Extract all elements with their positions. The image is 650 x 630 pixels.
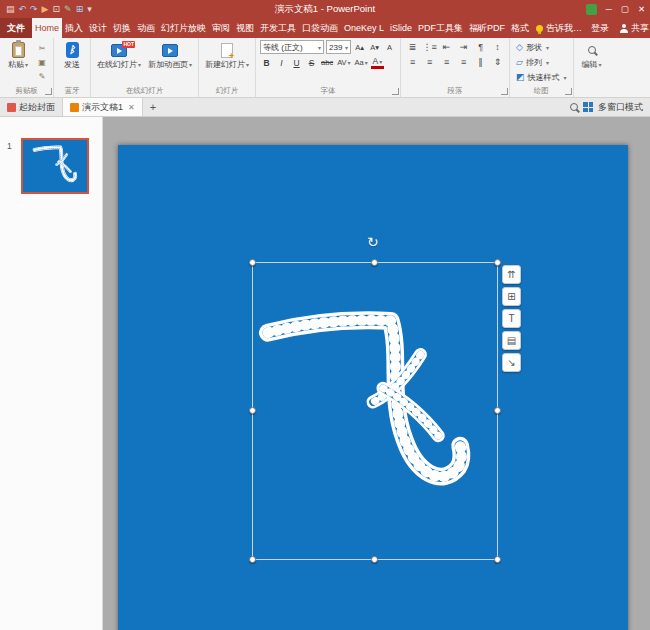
send-label: 发送 — [64, 60, 80, 69]
start-slideshow-icon[interactable]: ▶ — [42, 0, 49, 18]
tab-pdf-tools[interactable]: PDF工具集 — [415, 18, 466, 38]
bold-button[interactable]: B — [260, 56, 273, 69]
undo-icon[interactable]: ↶ — [19, 0, 27, 18]
tab-islide[interactable]: iSlide — [387, 18, 415, 38]
selection-handle-bottom-left[interactable] — [249, 556, 256, 563]
new-animation-page-button[interactable]: 新加动画页 — [146, 40, 194, 70]
maximize-button[interactable]: ▢ — [621, 4, 629, 14]
doc-tab-start-cover[interactable]: 起始封面 — [0, 98, 63, 116]
copy-icon[interactable]: ▣ — [35, 56, 49, 69]
selection-box[interactable] — [252, 262, 498, 560]
tab-developer[interactable]: 开发工具 — [257, 18, 299, 38]
redo-icon[interactable]: ↷ — [30, 0, 38, 18]
tab-transitions[interactable]: 切换 — [110, 18, 134, 38]
multi-window-label[interactable]: 多窗口模式 — [598, 101, 643, 114]
drawing-dialog-launcher-icon[interactable] — [565, 88, 572, 95]
increase-indent-icon[interactable]: ⇥ — [456, 40, 471, 53]
save-icon[interactable]: ▤ — [6, 0, 15, 18]
tab-slideshow[interactable]: 幻灯片放映 — [158, 18, 209, 38]
add-object-icon[interactable]: ⊞ — [502, 287, 521, 306]
text-direction-icon[interactable]: ⇕ — [490, 55, 505, 68]
columns-icon[interactable]: ∥ — [473, 55, 488, 68]
format-painter-icon[interactable]: ✎ — [35, 70, 49, 83]
tab-review[interactable]: 审阅 — [209, 18, 233, 38]
tab-animations[interactable]: 动画 — [134, 18, 158, 38]
align-center-icon[interactable]: ≡ — [422, 55, 437, 68]
selection-handle-top-middle[interactable] — [371, 259, 378, 266]
selection-handle-bottom-middle[interactable] — [371, 556, 378, 563]
collapse-toolbar-icon[interactable]: ⇈ — [502, 265, 521, 284]
clipboard-dialog-launcher-icon[interactable] — [45, 88, 52, 95]
font-size-input[interactable]: 239 — [326, 40, 351, 54]
text-tool-icon[interactable]: T — [502, 309, 521, 328]
font-dialog-launcher-icon[interactable] — [392, 88, 399, 95]
lightbulb-icon — [536, 25, 543, 32]
justify-icon[interactable]: ≡ — [456, 55, 471, 68]
rotate-handle-icon[interactable]: ↻ — [367, 235, 379, 249]
online-slides-button[interactable]: HOT 在线幻灯片 — [95, 40, 143, 70]
share-button[interactable]: 共享 — [614, 18, 650, 38]
decrease-indent-icon[interactable]: ⇤ — [439, 40, 454, 53]
slide-thumbnail[interactable] — [21, 138, 89, 194]
new-document-tab-button[interactable]: + — [143, 98, 163, 116]
clear-formatting-button[interactable]: A — [383, 41, 396, 54]
selection-handle-middle-right[interactable] — [494, 407, 501, 414]
font-color-button[interactable]: A — [371, 57, 384, 69]
selection-handle-top-right[interactable] — [494, 259, 501, 266]
quick-styles-label: 快速样式 — [528, 72, 560, 83]
doc-tab-presentation1[interactable]: 演示文稿1 ✕ — [63, 98, 143, 116]
selection-handle-middle-left[interactable] — [249, 407, 256, 414]
cut-icon[interactable]: ✂ — [35, 42, 49, 55]
print-icon[interactable]: ⊡ — [53, 0, 61, 18]
tab-foxit-pdf[interactable]: 福昕PDF — [466, 18, 508, 38]
selection-handle-bottom-right[interactable] — [494, 556, 501, 563]
shapes-button[interactable]: ◇ 形状 — [514, 40, 551, 54]
draw-icon[interactable]: ✎ — [64, 0, 72, 18]
strikethrough-button[interactable]: S — [305, 56, 318, 69]
paste-button[interactable]: 粘贴 — [4, 40, 32, 70]
arrange-button[interactable]: ▱ 排列 — [514, 55, 551, 69]
underline-button[interactable]: U — [290, 56, 303, 69]
tab-insert[interactable]: 插入 — [62, 18, 86, 38]
grid-icon[interactable]: ⊞ — [76, 0, 84, 18]
change-case-button[interactable]: Aa — [354, 56, 369, 69]
tab-format[interactable]: 格式 — [508, 18, 532, 38]
paragraph-dialog-launcher-icon[interactable] — [501, 88, 508, 95]
customize-qat-icon[interactable]: ▾ — [87, 0, 92, 18]
grow-font-button[interactable]: A▴ — [353, 41, 366, 54]
character-spacing-button[interactable]: AV — [336, 56, 351, 69]
shrink-font-button[interactable]: A▾ — [368, 41, 381, 54]
align-right-icon[interactable]: ≡ — [439, 55, 454, 68]
minimize-button[interactable]: ─ — [606, 4, 612, 14]
numbering-icon[interactable]: ⋮≡ — [422, 40, 437, 53]
slide-canvas[interactable]: ↻ ⇈ ⊞ T ▤ ↘ — [118, 145, 628, 630]
tab-view[interactable]: 视图 — [233, 18, 257, 38]
tell-me-box[interactable]: 告诉我… — [532, 18, 586, 38]
selection-handle-top-left[interactable] — [249, 259, 256, 266]
tab-pocket-animation[interactable]: 口袋动画 — [299, 18, 341, 38]
bluetooth-send-button[interactable]: ᛒ 发送 — [58, 40, 86, 69]
close-tab-icon[interactable]: ✕ — [128, 103, 135, 112]
line-spacing-icon[interactable]: ↕ — [490, 40, 505, 53]
tab-onekey[interactable]: OneKey L — [341, 18, 387, 38]
image-tool-icon[interactable]: ▤ — [502, 331, 521, 350]
font-family-select[interactable]: 等线 (正文) — [260, 40, 324, 54]
strikethrough-abc-button[interactable]: abc — [320, 56, 334, 69]
quick-styles-button[interactable]: ◩ 快速样式 — [514, 70, 569, 84]
new-slide-button[interactable]: 新建幻灯片 — [203, 40, 251, 70]
italic-button[interactable]: I — [275, 56, 288, 69]
zoom-search-icon[interactable] — [570, 103, 578, 111]
login-button[interactable]: 登录 — [586, 18, 614, 38]
tab-file[interactable]: 文件 — [0, 18, 32, 38]
paragraph-marks-icon[interactable]: ¶ — [473, 40, 488, 53]
tab-design[interactable]: 设计 — [86, 18, 110, 38]
close-button[interactable]: ✕ — [638, 4, 645, 14]
editing-button[interactable]: 编辑 — [578, 40, 606, 70]
plugin-icon[interactable] — [586, 4, 597, 15]
select-tool-icon[interactable]: ↘ — [502, 353, 521, 372]
title-bar: ▤ ↶ ↷ ▶ ⊡ ✎ ⊞ ▾ 演示文稿1 - PowerPoint ─ ▢ ✕ — [0, 0, 650, 18]
bullets-icon[interactable]: ≣ — [405, 40, 420, 53]
align-left-icon[interactable]: ≡ — [405, 55, 420, 68]
tab-home[interactable]: Home — [32, 18, 62, 38]
ribbon: 粘贴 ✂ ▣ ✎ 剪贴板 ᛒ 发送 蓝牙 — [0, 38, 650, 98]
